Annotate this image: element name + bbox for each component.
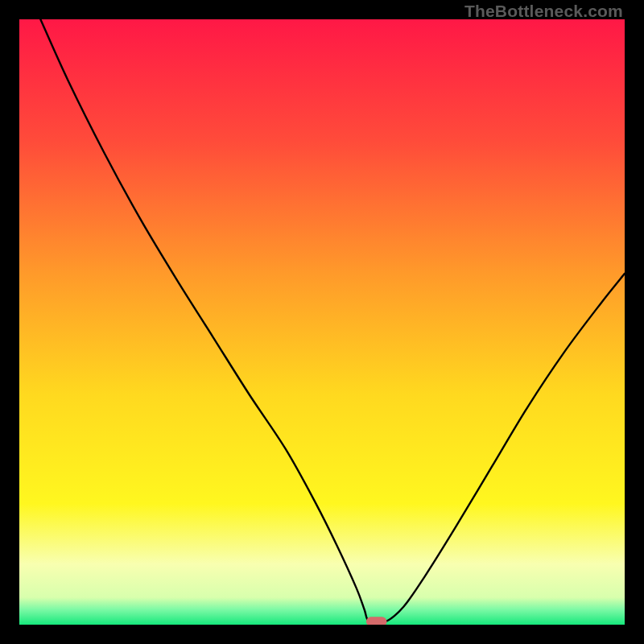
optimum-marker	[366, 617, 387, 625]
chart-frame	[19, 19, 625, 625]
watermark-text: TheBottleneck.com	[464, 2, 623, 21]
bottleneck-chart	[19, 19, 625, 625]
chart-background	[19, 19, 625, 625]
